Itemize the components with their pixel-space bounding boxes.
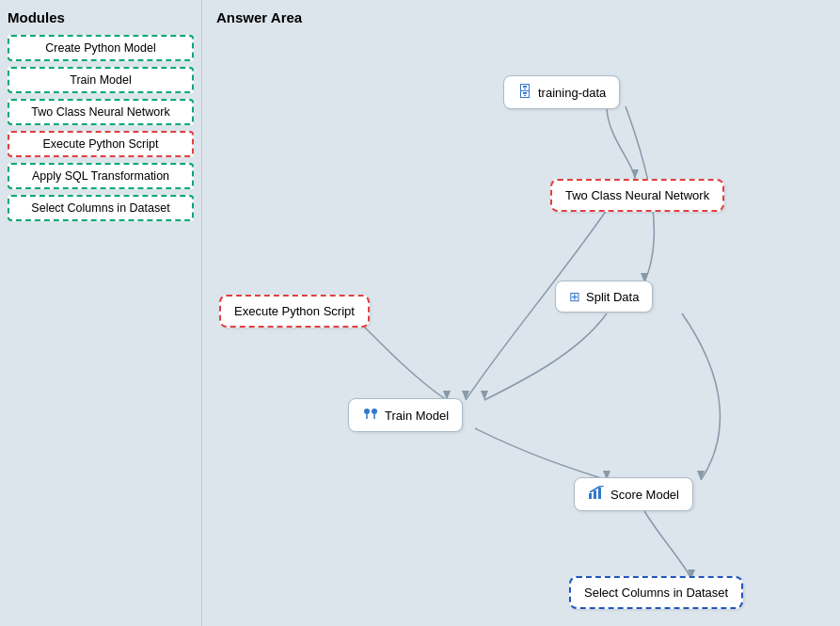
node-score-model[interactable]: Score Model	[574, 477, 693, 511]
node-train-model-label: Train Model	[385, 409, 449, 423]
svg-point-9	[372, 409, 377, 414]
svg-rect-12	[589, 493, 592, 499]
connectors-layer	[202, 33, 840, 626]
workflow-canvas: 🗄 training-data Two Class Neural Network…	[202, 33, 840, 626]
module-create-python-model[interactable]: Create Python Model	[8, 35, 194, 61]
node-train-model[interactable]: Train Model	[348, 398, 463, 432]
modules-title: Modules	[8, 9, 194, 25]
database-icon: 🗄	[517, 84, 532, 101]
svg-marker-5	[697, 471, 705, 480]
svg-rect-13	[594, 490, 596, 499]
svg-marker-4	[481, 391, 488, 400]
node-execute-python-label: Execute Python Script	[234, 304, 355, 318]
answer-area-title: Answer Area	[202, 0, 840, 35]
node-score-model-label: Score Model	[610, 488, 679, 502]
node-split-data[interactable]: ⊞ Split Data	[555, 281, 653, 313]
module-train-model[interactable]: Train Model	[8, 67, 194, 93]
svg-point-8	[364, 409, 370, 414]
node-execute-python[interactable]: Execute Python Script	[219, 295, 370, 328]
module-execute-python-script[interactable]: Execute Python Script	[8, 131, 194, 157]
node-two-class-nn[interactable]: Two Class Neural Network	[550, 179, 724, 212]
node-two-class-nn-label: Two Class Neural Network	[565, 188, 709, 202]
node-split-data-label: Split Data	[586, 290, 639, 304]
train-icon	[362, 407, 379, 424]
node-training-data[interactable]: 🗄 training-data	[503, 75, 620, 109]
split-icon: ⊞	[569, 289, 580, 304]
svg-marker-0	[631, 169, 639, 179]
answer-area: Answer Area	[202, 0, 840, 626]
module-apply-sql-transformation[interactable]: Apply SQL Transformation	[8, 163, 194, 189]
node-select-columns-label: Select Columns in Dataset	[584, 586, 728, 600]
score-icon	[588, 486, 605, 503]
module-two-class-neural-network[interactable]: Two Class Neural Network	[8, 99, 194, 125]
node-training-data-label: training-data	[538, 86, 606, 100]
module-select-columns[interactable]: Select Columns in Dataset	[8, 195, 194, 221]
svg-rect-14	[598, 488, 601, 499]
svg-marker-2	[462, 391, 469, 400]
modules-panel: Modules Create Python Model Train Model …	[0, 0, 202, 626]
node-select-columns[interactable]: Select Columns in Dataset	[569, 576, 743, 609]
